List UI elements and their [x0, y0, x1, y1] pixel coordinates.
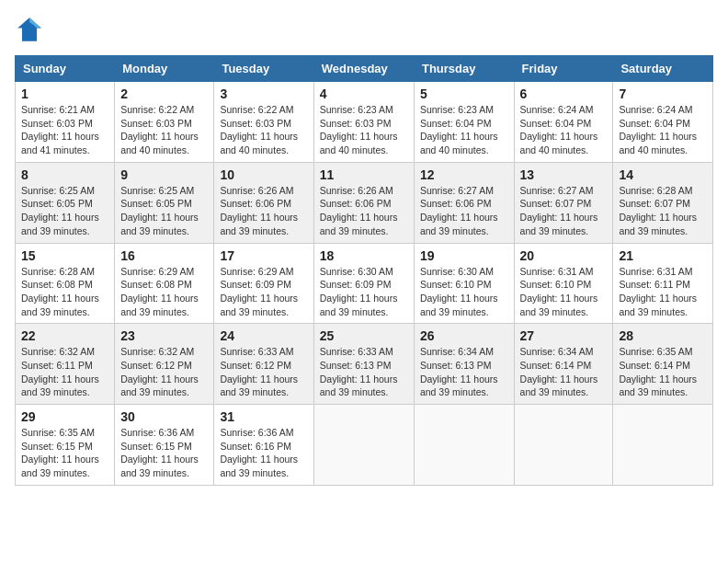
day-number: 16: [120, 248, 208, 263]
day-info: Sunrise: 6:34 AMSunset: 6:14 PMDaylight:…: [520, 345, 608, 399]
table-row: 14 Sunrise: 6:28 AMSunset: 6:07 PMDaylig…: [613, 162, 713, 243]
day-number: 31: [220, 409, 307, 424]
calendar-header-row: Sunday Monday Tuesday Wednesday Thursday…: [16, 56, 713, 82]
day-number: 1: [21, 86, 108, 101]
table-row: 9 Sunrise: 6:25 AMSunset: 6:05 PMDayligh…: [115, 162, 214, 243]
table-row: 31 Sunrise: 6:36 AMSunset: 6:16 PMDaylig…: [214, 405, 313, 486]
day-info: Sunrise: 6:26 AMSunset: 6:06 PMDaylight:…: [220, 184, 307, 238]
calendar-table: Sunday Monday Tuesday Wednesday Thursday…: [15, 55, 713, 486]
day-number: 14: [619, 167, 707, 182]
day-number: 23: [120, 328, 208, 343]
day-info: Sunrise: 6:36 AMSunset: 6:16 PMDaylight:…: [220, 426, 307, 480]
table-row: 29 Sunrise: 6:35 AMSunset: 6:15 PMDaylig…: [16, 405, 115, 486]
table-row: 21 Sunrise: 6:31 AMSunset: 6:11 PMDaylig…: [613, 243, 713, 324]
day-number: 17: [220, 248, 307, 263]
day-info: Sunrise: 6:33 AMSunset: 6:13 PMDaylight:…: [320, 345, 408, 399]
col-monday: Monday: [115, 56, 214, 82]
table-row: 10 Sunrise: 6:26 AMSunset: 6:06 PMDaylig…: [214, 162, 313, 243]
table-row: 23 Sunrise: 6:32 AMSunset: 6:12 PMDaylig…: [115, 324, 214, 405]
day-number: 26: [420, 328, 508, 343]
table-row: 2 Sunrise: 6:22 AMSunset: 6:03 PMDayligh…: [115, 82, 214, 163]
col-thursday: Thursday: [414, 56, 514, 82]
day-info: Sunrise: 6:27 AMSunset: 6:07 PMDaylight:…: [520, 184, 608, 238]
day-info: Sunrise: 6:23 AMSunset: 6:03 PMDaylight:…: [320, 103, 408, 157]
table-row: 30 Sunrise: 6:36 AMSunset: 6:15 PMDaylig…: [115, 405, 214, 486]
day-info: Sunrise: 6:33 AMSunset: 6:12 PMDaylight:…: [220, 345, 307, 399]
day-info: Sunrise: 6:30 AMSunset: 6:10 PMDaylight:…: [420, 265, 508, 319]
table-row: [613, 405, 713, 486]
table-row: [313, 405, 414, 486]
day-number: 5: [420, 86, 508, 101]
day-info: Sunrise: 6:26 AMSunset: 6:06 PMDaylight:…: [320, 184, 408, 238]
table-row: 16 Sunrise: 6:29 AMSunset: 6:08 PMDaylig…: [115, 243, 214, 324]
day-number: 29: [21, 409, 108, 424]
table-row: [414, 405, 514, 486]
table-row: 28 Sunrise: 6:35 AMSunset: 6:14 PMDaylig…: [613, 324, 713, 405]
col-wednesday: Wednesday: [313, 56, 414, 82]
table-row: 4 Sunrise: 6:23 AMSunset: 6:03 PMDayligh…: [313, 82, 414, 163]
table-row: 25 Sunrise: 6:33 AMSunset: 6:13 PMDaylig…: [313, 324, 414, 405]
day-number: 12: [420, 167, 508, 182]
day-info: Sunrise: 6:30 AMSunset: 6:09 PMDaylight:…: [320, 265, 408, 319]
day-info: Sunrise: 6:35 AMSunset: 6:14 PMDaylight:…: [619, 345, 707, 399]
day-info: Sunrise: 6:31 AMSunset: 6:11 PMDaylight:…: [619, 265, 707, 319]
day-info: Sunrise: 6:28 AMSunset: 6:08 PMDaylight:…: [21, 265, 108, 319]
table-row: 8 Sunrise: 6:25 AMSunset: 6:05 PMDayligh…: [16, 162, 115, 243]
day-number: 25: [320, 328, 408, 343]
col-friday: Friday: [514, 56, 613, 82]
day-info: Sunrise: 6:22 AMSunset: 6:03 PMDaylight:…: [120, 103, 208, 157]
day-info: Sunrise: 6:25 AMSunset: 6:05 PMDaylight:…: [120, 184, 208, 238]
day-info: Sunrise: 6:36 AMSunset: 6:15 PMDaylight:…: [120, 426, 208, 480]
day-number: 30: [120, 409, 208, 424]
table-row: 1 Sunrise: 6:21 AMSunset: 6:03 PMDayligh…: [16, 82, 115, 163]
day-number: 21: [619, 248, 707, 263]
table-row: 26 Sunrise: 6:34 AMSunset: 6:13 PMDaylig…: [414, 324, 514, 405]
table-row: 3 Sunrise: 6:22 AMSunset: 6:03 PMDayligh…: [214, 82, 313, 163]
day-number: 22: [21, 328, 108, 343]
day-info: Sunrise: 6:31 AMSunset: 6:10 PMDaylight:…: [520, 265, 608, 319]
day-number: 9: [120, 167, 208, 182]
table-row: 18 Sunrise: 6:30 AMSunset: 6:09 PMDaylig…: [313, 243, 414, 324]
day-number: 11: [320, 167, 408, 182]
table-row: 13 Sunrise: 6:27 AMSunset: 6:07 PMDaylig…: [514, 162, 613, 243]
day-number: 6: [520, 86, 608, 101]
day-info: Sunrise: 6:32 AMSunset: 6:11 PMDaylight:…: [21, 345, 108, 399]
table-row: 7 Sunrise: 6:24 AMSunset: 6:04 PMDayligh…: [613, 82, 713, 163]
day-number: 3: [220, 86, 307, 101]
day-number: 24: [220, 328, 307, 343]
table-row: 19 Sunrise: 6:30 AMSunset: 6:10 PMDaylig…: [414, 243, 514, 324]
day-number: 27: [520, 328, 608, 343]
col-saturday: Saturday: [613, 56, 713, 82]
table-row: 12 Sunrise: 6:27 AMSunset: 6:06 PMDaylig…: [414, 162, 514, 243]
table-row: 6 Sunrise: 6:24 AMSunset: 6:04 PMDayligh…: [514, 82, 613, 163]
table-row: 20 Sunrise: 6:31 AMSunset: 6:10 PMDaylig…: [514, 243, 613, 324]
day-info: Sunrise: 6:35 AMSunset: 6:15 PMDaylight:…: [21, 426, 108, 480]
table-row: 5 Sunrise: 6:23 AMSunset: 6:04 PMDayligh…: [414, 82, 514, 163]
col-sunday: Sunday: [16, 56, 115, 82]
day-info: Sunrise: 6:34 AMSunset: 6:13 PMDaylight:…: [420, 345, 508, 399]
day-number: 8: [21, 167, 108, 182]
day-info: Sunrise: 6:29 AMSunset: 6:09 PMDaylight:…: [220, 265, 307, 319]
day-number: 20: [520, 248, 608, 263]
day-number: 13: [520, 167, 608, 182]
table-row: 22 Sunrise: 6:32 AMSunset: 6:11 PMDaylig…: [16, 324, 115, 405]
page-header: [15, 15, 713, 44]
day-number: 19: [420, 248, 508, 263]
col-tuesday: Tuesday: [214, 56, 313, 82]
table-row: [514, 405, 613, 486]
day-number: 28: [619, 328, 707, 343]
logo: [15, 15, 48, 44]
day-info: Sunrise: 6:32 AMSunset: 6:12 PMDaylight:…: [120, 345, 208, 399]
table-row: 24 Sunrise: 6:33 AMSunset: 6:12 PMDaylig…: [214, 324, 313, 405]
day-info: Sunrise: 6:22 AMSunset: 6:03 PMDaylight:…: [220, 103, 307, 157]
day-info: Sunrise: 6:28 AMSunset: 6:07 PMDaylight:…: [619, 184, 707, 238]
logo-icon: [15, 15, 44, 44]
day-info: Sunrise: 6:27 AMSunset: 6:06 PMDaylight:…: [420, 184, 508, 238]
day-info: Sunrise: 6:24 AMSunset: 6:04 PMDaylight:…: [619, 103, 707, 157]
day-number: 15: [21, 248, 108, 263]
table-row: 17 Sunrise: 6:29 AMSunset: 6:09 PMDaylig…: [214, 243, 313, 324]
day-number: 4: [320, 86, 408, 101]
table-row: 15 Sunrise: 6:28 AMSunset: 6:08 PMDaylig…: [16, 243, 115, 324]
day-number: 18: [320, 248, 408, 263]
day-info: Sunrise: 6:25 AMSunset: 6:05 PMDaylight:…: [21, 184, 108, 238]
